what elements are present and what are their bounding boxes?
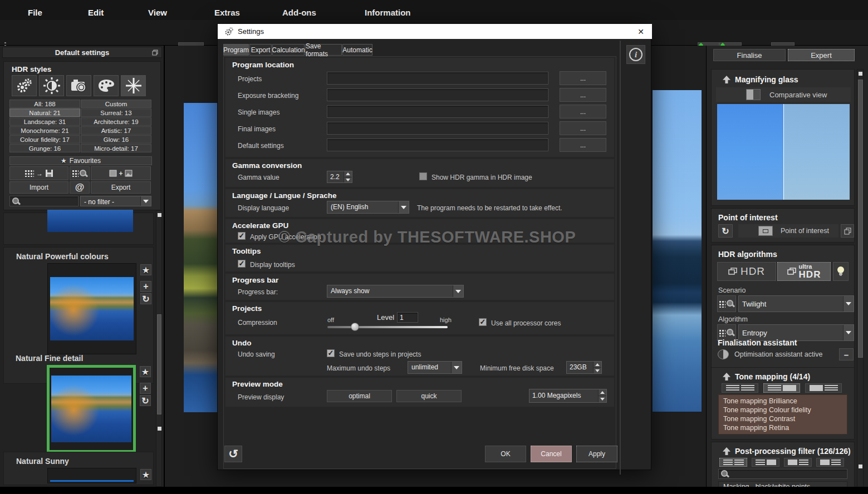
tab-save-formats[interactable]: Save formats bbox=[305, 44, 342, 56]
preset-add-button[interactable]: + bbox=[140, 383, 151, 394]
collapse-up-icon[interactable] bbox=[723, 447, 730, 455]
step-up-icon[interactable] bbox=[344, 171, 352, 177]
list-item[interactable]: Tone mapping Colour fidelity bbox=[719, 406, 847, 414]
all-cores-checkbox[interactable] bbox=[479, 318, 487, 326]
preset-thumb-frame[interactable] bbox=[47, 468, 136, 483]
filter-dropdown[interactable]: - no filter - bbox=[80, 196, 151, 206]
collapse-up-icon[interactable] bbox=[723, 76, 730, 83]
scenario-browse-button[interactable] bbox=[717, 295, 736, 312]
step-down-icon[interactable] bbox=[599, 396, 606, 402]
info-button[interactable]: i bbox=[626, 45, 645, 64]
filter-search-input[interactable] bbox=[718, 469, 847, 479]
list-item[interactable]: Tone mapping Brilliance bbox=[719, 397, 847, 406]
reset-settings-button[interactable]: ↺ bbox=[224, 446, 242, 462]
step-up-icon[interactable] bbox=[594, 362, 601, 368]
projects-browse-button[interactable]: ... bbox=[560, 71, 606, 85]
compression-slider-thumb[interactable] bbox=[351, 323, 359, 331]
gamma-value-stepper[interactable]: 2.2 bbox=[327, 171, 352, 183]
progress-bar-dropdown[interactable]: Always show bbox=[327, 285, 464, 298]
single-images-browse-button[interactable]: ... bbox=[560, 105, 606, 118]
preset-favourite-button[interactable]: ★ bbox=[140, 264, 151, 275]
favourites-button[interactable]: ★ Favourites bbox=[9, 156, 152, 165]
final-images-browse-button[interactable]: ... bbox=[560, 121, 606, 135]
tab-calculation[interactable]: Calculation bbox=[272, 44, 305, 56]
view-custom-button[interactable] bbox=[816, 458, 844, 467]
hdr-hint-button[interactable] bbox=[833, 262, 849, 281]
final-images-path-input[interactable] bbox=[327, 122, 548, 135]
save-styles-button[interactable]: → bbox=[9, 166, 68, 180]
category-monochrome[interactable]: Monochrome: 21 bbox=[9, 126, 80, 135]
category-surreal[interactable]: Surreal: 13 bbox=[81, 108, 151, 117]
preset-thumb-frame-selected[interactable] bbox=[47, 365, 136, 453]
right-panel-scrollbar[interactable] bbox=[857, 69, 864, 494]
megapixels-stepper[interactable]: 1.00 Megapixels bbox=[529, 389, 607, 403]
default-settings-path-input[interactable] bbox=[327, 139, 548, 151]
view-active-button[interactable] bbox=[763, 383, 800, 393]
style-category-camera-button[interactable] bbox=[66, 75, 91, 96]
menu-information[interactable]: Information bbox=[365, 8, 411, 17]
presets-scrollbar[interactable] bbox=[156, 210, 162, 487]
comparative-view-toggle[interactable] bbox=[746, 89, 761, 100]
preset-favourite-button[interactable]: ★ bbox=[140, 366, 151, 377]
scrollbar-thumb[interactable] bbox=[858, 80, 863, 358]
compression-slider-track[interactable] bbox=[327, 326, 448, 328]
default-settings-browse-button[interactable]: ... bbox=[560, 138, 606, 152]
ok-button[interactable]: OK bbox=[485, 446, 526, 462]
category-natural[interactable]: Natural: 21 bbox=[9, 108, 80, 117]
close-icon[interactable]: ✕ bbox=[637, 27, 644, 36]
view-all-button[interactable] bbox=[722, 383, 758, 393]
collapse-assistant-button[interactable]: – bbox=[839, 348, 854, 360]
category-grunge[interactable]: Grunge: 16 bbox=[9, 144, 80, 152]
preview-optimal-button[interactable]: optimal bbox=[327, 390, 392, 402]
exposure-bracketing-browse-button[interactable]: ... bbox=[560, 88, 606, 102]
preset-card-sunny[interactable]: Natural Sunny ★ bbox=[3, 452, 154, 485]
post-processing-header[interactable]: Post-processing filter (126/126) bbox=[723, 447, 851, 456]
detach-panel-icon[interactable] bbox=[152, 50, 158, 56]
cancel-button[interactable]: Cancel bbox=[531, 446, 572, 462]
category-architecture[interactable]: Architecture: 19 bbox=[81, 117, 151, 126]
import-button[interactable]: Import bbox=[9, 181, 68, 194]
tab-program[interactable]: Program bbox=[223, 44, 249, 56]
tab-finalise[interactable]: Finalise bbox=[713, 49, 786, 61]
gpu-acceleration-checkbox[interactable] bbox=[238, 232, 246, 240]
step-up-icon[interactable] bbox=[599, 389, 606, 396]
tab-export[interactable]: Export bbox=[249, 44, 272, 56]
canvas-image-right[interactable] bbox=[653, 90, 702, 412]
style-category-glow-button[interactable] bbox=[121, 75, 146, 96]
hdr-mode-button[interactable]: HDR bbox=[717, 262, 776, 281]
preset-thumb-frame[interactable] bbox=[47, 263, 136, 354]
preset-thumbnail[interactable] bbox=[47, 210, 133, 232]
single-images-path-input[interactable] bbox=[327, 105, 548, 118]
preset-card-fine-detail[interactable]: Natural Fine detail ★ + ↻ bbox=[3, 347, 154, 453]
level-input[interactable]: 1 bbox=[397, 312, 418, 323]
combine-images-button[interactable]: + bbox=[91, 166, 151, 180]
step-down-icon[interactable] bbox=[594, 368, 601, 373]
email-styles-button[interactable]: @ bbox=[70, 181, 90, 194]
style-category-natural-button[interactable] bbox=[39, 75, 64, 96]
max-undo-dropdown[interactable]: unlimited bbox=[408, 361, 462, 374]
ultra-hdr-mode-button[interactable]: ultra HDR bbox=[777, 262, 831, 281]
category-colour-fidelity[interactable]: Colour fidelity: 17 bbox=[9, 135, 80, 144]
preset-card-partial[interactable] bbox=[3, 213, 154, 245]
left-panel-header[interactable]: Default settings bbox=[2, 47, 162, 58]
view-all-button[interactable] bbox=[719, 458, 747, 467]
exposure-bracketing-path-input[interactable] bbox=[327, 88, 548, 101]
menu-view[interactable]: View bbox=[148, 8, 167, 17]
preset-add-button[interactable]: + bbox=[140, 281, 151, 292]
list-item[interactable]: Tone mapping Retina bbox=[719, 423, 847, 432]
style-search-input[interactable] bbox=[9, 196, 79, 206]
menu-edit[interactable]: Edit bbox=[88, 8, 104, 17]
tab-expert[interactable]: Expert bbox=[788, 49, 855, 61]
menu-add-ons[interactable]: Add-ons bbox=[282, 8, 316, 17]
magnifier-header[interactable]: Magnifying glass bbox=[723, 75, 798, 84]
view-active-button[interactable] bbox=[752, 458, 779, 467]
apply-button[interactable]: Apply bbox=[576, 446, 617, 462]
dialog-title-bar[interactable]: Settings ✕ bbox=[218, 24, 652, 39]
preset-thumbnail[interactable] bbox=[50, 277, 134, 340]
menu-file[interactable]: File bbox=[28, 8, 42, 17]
poi-refresh-button[interactable]: ↻ bbox=[718, 224, 733, 238]
style-category-gears-button[interactable] bbox=[12, 75, 37, 96]
style-category-artistic-button[interactable] bbox=[94, 75, 119, 96]
preset-thumbnail[interactable] bbox=[51, 376, 131, 442]
category-artistic[interactable]: Artistic: 17 bbox=[81, 126, 151, 135]
